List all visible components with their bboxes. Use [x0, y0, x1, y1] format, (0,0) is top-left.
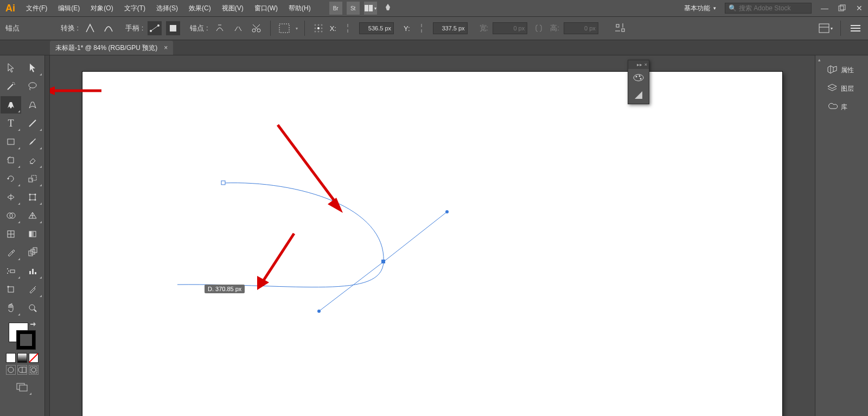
color-panel-icon[interactable]: [628, 69, 649, 86]
stroke-swatch[interactable]: [16, 330, 36, 350]
svg-point-92: [317, 310, 321, 313]
eraser-tool[interactable]: [22, 152, 43, 169]
graph-tool[interactable]: [22, 262, 43, 280]
swap-icon[interactable]: [29, 322, 37, 329]
draw-behind[interactable]: [17, 365, 27, 375]
preferences-button[interactable]: ▾: [819, 21, 833, 35]
menu-help[interactable]: 帮助(H): [283, 0, 316, 16]
magic-wand-tool[interactable]: [1, 78, 21, 95]
blend-tool[interactable]: [22, 244, 43, 261]
artboard[interactable]: D. 370.85 px: [82, 72, 782, 416]
hide-handles-button[interactable]: [166, 21, 180, 35]
curvature-tool[interactable]: [22, 96, 43, 114]
vertical-scrollbar[interactable]: ▴: [815, 55, 824, 416]
scroll-up-icon[interactable]: ▴: [815, 55, 824, 64]
arrange-docs-button[interactable]: ▾: [364, 2, 377, 15]
paintbrush-tool[interactable]: [22, 133, 43, 150]
dock-properties[interactable]: 属性: [824, 61, 868, 79]
stock-button[interactable]: St: [347, 2, 360, 15]
window-close[interactable]: ✕: [853, 2, 866, 15]
fill-stroke-swatch[interactable]: [9, 323, 36, 350]
remove-anchor-button[interactable]: [213, 21, 227, 35]
type-tool[interactable]: T: [1, 115, 21, 132]
link-icon-y[interactable]: [414, 21, 429, 35]
gpu-button[interactable]: [381, 2, 394, 15]
x-input[interactable]: 536.5 px: [359, 22, 394, 34]
symbol-sprayer-tool[interactable]: [1, 262, 21, 280]
reference-point-button[interactable]: [311, 21, 326, 35]
gradient-tool[interactable]: [22, 225, 43, 243]
eyedropper-tool[interactable]: [1, 244, 21, 261]
search-input[interactable]: [739, 4, 820, 12]
draw-normal[interactable]: [6, 365, 16, 375]
svg-point-69: [7, 273, 8, 274]
rotate-tool[interactable]: [1, 170, 21, 187]
x-label: X:: [330, 24, 336, 33]
bridge-button[interactable]: Br: [329, 2, 342, 15]
menu-file[interactable]: 文件(F): [21, 0, 53, 16]
workspace-switcher[interactable]: 基本功能 ▾: [680, 4, 720, 13]
red-arrow-toolbar: [50, 85, 107, 96]
menu-view[interactable]: 视图(V): [216, 0, 249, 16]
dock-properties-label: 属性: [841, 66, 854, 75]
svg-point-19: [314, 28, 316, 29]
scale-tool[interactable]: [22, 170, 43, 187]
document-tab[interactable]: 未标题-1* @ 84% (RGB/GPU 预览) ×: [50, 41, 173, 55]
search-box[interactable]: 🔍: [725, 3, 812, 14]
left-gutter[interactable]: [44, 55, 50, 416]
pen-tool[interactable]: [1, 96, 21, 114]
rectangle-tool[interactable]: [1, 133, 21, 150]
window-maximize[interactable]: [835, 2, 848, 15]
lasso-tool[interactable]: [22, 78, 43, 95]
menu-window[interactable]: 窗口(W): [249, 0, 283, 16]
perspective-tool[interactable]: [22, 207, 43, 224]
svg-rect-89: [221, 181, 225, 185]
svg-rect-29: [616, 24, 619, 27]
menu-type[interactable]: 文字(T): [119, 0, 151, 16]
screen-mode[interactable]: [12, 379, 33, 396]
menu-edit[interactable]: 编辑(E): [53, 0, 85, 16]
align-to-pixel-button[interactable]: [614, 21, 628, 35]
connect-anchor-button[interactable]: [231, 21, 245, 35]
tab-close-button[interactable]: ×: [164, 44, 168, 52]
svg-point-23: [317, 31, 319, 33]
draw-inside[interactable]: [29, 365, 39, 375]
dock-libraries[interactable]: 库: [824, 98, 868, 116]
selection-tool[interactable]: [1, 59, 21, 77]
mesh-tool[interactable]: [1, 225, 21, 243]
dock-layers[interactable]: 图层: [824, 79, 868, 98]
collapse-icon[interactable]: ▸▸: [637, 62, 642, 67]
hand-tool[interactable]: [1, 299, 21, 317]
artboard-tool[interactable]: [1, 281, 21, 298]
show-handles-button[interactable]: [148, 21, 162, 35]
panel-menu-button[interactable]: [848, 21, 863, 35]
convert-corner-button[interactable]: [83, 21, 97, 35]
menu-select[interactable]: 选择(S): [151, 0, 183, 16]
panel-close-icon[interactable]: ×: [644, 62, 647, 67]
cut-path-button[interactable]: [250, 21, 264, 35]
shaper-tool[interactable]: [1, 152, 21, 169]
color-mode[interactable]: [6, 353, 16, 363]
shape-panel-icon[interactable]: [628, 86, 649, 104]
menu-object[interactable]: 对象(O): [85, 0, 118, 16]
window-minimize[interactable]: —: [818, 2, 831, 15]
isolate-button[interactable]: [277, 21, 291, 35]
link-icon-x[interactable]: [341, 21, 355, 35]
y-input[interactable]: 337.5 px: [433, 22, 468, 34]
free-transform-tool[interactable]: [22, 188, 43, 206]
svg-point-101: [639, 75, 641, 77]
slice-tool[interactable]: [22, 281, 43, 298]
convert-smooth-button[interactable]: [101, 21, 116, 35]
menu-effect[interactable]: 效果(C): [183, 0, 216, 16]
link-wh-button[interactable]: [532, 21, 546, 35]
direct-selection-tool[interactable]: [22, 59, 43, 77]
chevron-down-icon: ▾: [713, 5, 716, 11]
none-mode[interactable]: [29, 353, 39, 363]
shape-builder-tool[interactable]: [1, 207, 21, 224]
floating-panel[interactable]: ▸▸ ×: [628, 60, 649, 104]
zoom-tool[interactable]: [22, 299, 43, 317]
canvas-area[interactable]: D. 370.85 px ▸▸ ×: [50, 55, 815, 416]
width-tool[interactable]: [1, 188, 21, 206]
line-tool[interactable]: [22, 115, 43, 132]
gradient-mode[interactable]: [17, 353, 27, 363]
